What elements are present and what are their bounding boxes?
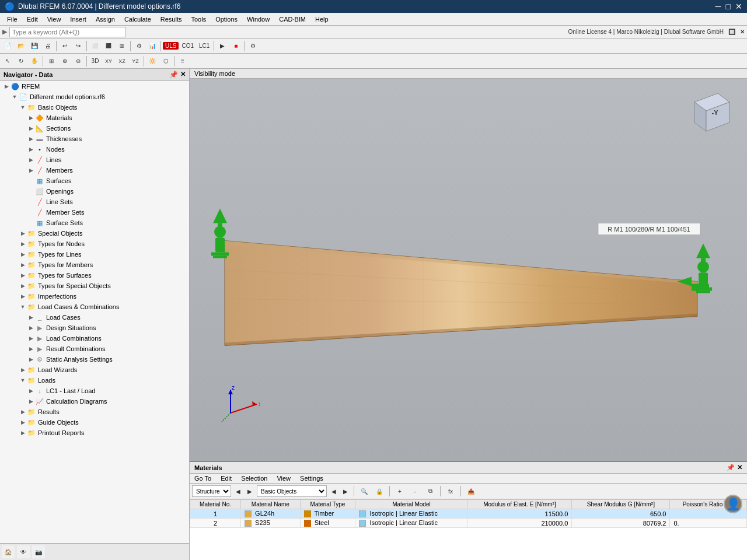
nav-pin-icon[interactable]: 📌 <box>169 71 178 79</box>
tree-item-results[interactable]: ▶ 📁 Results <box>0 407 189 417</box>
view-btn2[interactable]: ⬛ <box>102 40 115 52</box>
view-btn1[interactable]: ⬜ <box>89 40 102 52</box>
menu-item-edit[interactable]: Edit <box>22 15 43 24</box>
tree-item-surface-sets[interactable]: ▦ Surface Sets <box>0 218 189 228</box>
tree-item-sections[interactable]: ▶ 📐 Sections <box>0 123 189 134</box>
menu-item-window[interactable]: Window <box>242 15 274 24</box>
panel-close-icon[interactable]: ✕ <box>737 464 742 471</box>
tree-item-load-wizards[interactable]: ▶ 📁 Load Wizards <box>0 365 189 375</box>
layer-btn[interactable]: ≡ <box>176 55 189 68</box>
search-input[interactable] <box>9 27 126 37</box>
tree-item-types-nodes[interactable]: ▶ 📁 Types for Nodes <box>0 239 189 249</box>
nav-close-icon[interactable]: ✕ <box>180 71 186 79</box>
selection-menu[interactable]: Selection <box>236 474 272 483</box>
delete-row-btn[interactable]: - <box>409 485 421 498</box>
stop-btn[interactable]: ■ <box>229 40 242 52</box>
tree-item-materials[interactable]: ▶ 🔶 Materials <box>0 113 189 123</box>
tree-item-surfaces[interactable]: ▦ Surfaces <box>0 176 189 186</box>
rotate-btn[interactable]: ↻ <box>15 55 27 68</box>
new-btn[interactable]: 📄 <box>1 40 14 52</box>
nav-camera-btn[interactable]: 📷 <box>32 545 45 558</box>
tree-item-model[interactable]: ▼ 📄 Different model options.rf6 <box>0 92 189 102</box>
zoom-out-btn[interactable]: ⊖ <box>72 55 85 68</box>
view-xz-btn[interactable]: XZ <box>116 55 128 68</box>
minimize-panel-icon[interactable]: 🔲 <box>728 29 735 35</box>
pan-btn[interactable]: ✋ <box>28 55 41 68</box>
save-btn[interactable]: 💾 <box>28 40 41 52</box>
view-xy-btn[interactable]: XY <box>102 55 115 68</box>
result-btn[interactable]: 📊 <box>146 40 159 52</box>
export-btn[interactable]: 📤 <box>465 485 477 498</box>
menu-item-tools[interactable]: Tools <box>186 15 211 24</box>
view-canvas[interactable]: R M1 100/280/R M1 100/451 <box>190 79 747 461</box>
menu-item-insert[interactable]: Insert <box>65 15 91 24</box>
close-panel-icon[interactable]: ✕ <box>740 29 745 35</box>
tree-item-imperfections[interactable]: ▶ 📁 Imperfections <box>0 291 189 302</box>
menu-item-calculate[interactable]: Calculate <box>120 15 156 24</box>
tree-item-member-sets[interactable]: ╱ Member Sets <box>0 207 189 218</box>
prev-btn[interactable]: ◀ <box>233 485 243 498</box>
open-btn[interactable]: 📂 <box>15 40 27 52</box>
tree-item-static-analysis[interactable]: ▶ ⚙ Static Analysis Settings <box>0 354 189 365</box>
tree-item-load-cases-combos[interactable]: ▼ 📁 Load Cases & Combinations <box>0 302 189 312</box>
cell-name[interactable]: GL24h <box>241 509 301 519</box>
panel-pin-icon[interactable]: 📌 <box>727 464 735 471</box>
tree-item-types-surfaces[interactable]: ▶ 📁 Types for Surfaces <box>0 270 189 281</box>
more-btn[interactable]: ▶ <box>216 40 229 52</box>
formula-btn[interactable]: fx <box>444 485 457 498</box>
tree-item-basic[interactable]: ▼ 📁 Basic Objects <box>0 102 189 113</box>
tree-item-rfem[interactable]: ▶ 🔵 RFEM <box>0 81 189 92</box>
settings-menu[interactable]: Settings <box>295 474 328 483</box>
nav-eye-btn[interactable]: 👁 <box>17 545 30 558</box>
settings-btn[interactable]: ⚙ <box>246 40 259 52</box>
tree-item-result-combinations[interactable]: ▶ ▶ Result Combinations <box>0 344 189 354</box>
edit-menu[interactable]: Edit <box>216 474 236 483</box>
structure-dropdown[interactable]: Structure <box>192 485 231 497</box>
tree-item-guide-objects[interactable]: ▶ 📁 Guide Objects <box>0 417 189 428</box>
tree-item-line-sets[interactable]: ╱ Line Sets <box>0 197 189 207</box>
menu-item-help[interactable]: Help <box>310 15 333 24</box>
tree-item-types-members[interactable]: ▶ 📁 Types for Members <box>0 260 189 270</box>
tree-item-lc1-loads[interactable]: ▶ ↓ LC1 - Last / Load <box>0 386 189 396</box>
tree-item-calc-diagrams[interactable]: ▶ 📈 Calculation Diagrams <box>0 396 189 407</box>
undo-btn[interactable]: ↩ <box>58 40 71 52</box>
view-3d-btn[interactable]: 3D <box>89 55 102 68</box>
next2-btn[interactable]: ▶ <box>341 485 350 498</box>
zoom-in-btn[interactable]: ⊕ <box>58 55 71 68</box>
tree-item-printout[interactable]: ▶ 📁 Printout Reports <box>0 428 189 438</box>
menu-item-file[interactable]: File <box>2 15 22 24</box>
tree-item-members[interactable]: ▶ ╱ Members <box>0 165 189 176</box>
print-btn[interactable]: 🖨 <box>41 40 54 52</box>
next-btn[interactable]: ▶ <box>245 485 254 498</box>
zoom-fit-btn[interactable]: ⊞ <box>45 55 58 68</box>
basic-objects-dropdown[interactable]: Basic Objects <box>257 485 327 497</box>
minimize-button[interactable]: ─ <box>715 2 721 11</box>
lock-btn[interactable]: 🔒 <box>373 485 386 498</box>
add-row-btn[interactable]: + <box>393 485 406 498</box>
tree-item-thicknesses[interactable]: ▶ ▬ Thicknesses <box>0 134 189 144</box>
maximize-button[interactable]: □ <box>726 2 731 11</box>
prev2-btn[interactable]: ◀ <box>329 485 338 498</box>
view-menu[interactable]: View <box>272 474 295 483</box>
nav-home-btn[interactable]: 🏠 <box>2 545 15 558</box>
tree-item-types-lines[interactable]: ▶ 📁 Types for Lines <box>0 249 189 260</box>
render-btn[interactable]: 🔆 <box>146 55 159 68</box>
view-yz-btn[interactable]: YZ <box>129 55 142 68</box>
tree-item-nodes[interactable]: ▶ • Nodes <box>0 144 189 155</box>
tree-item-lines[interactable]: ▶ ╱ Lines <box>0 155 189 165</box>
menu-item-view[interactable]: View <box>43 15 66 24</box>
tree-item-types-special[interactable]: ▶ 📁 Types for Special Objects <box>0 281 189 291</box>
wire-btn[interactable]: ⬡ <box>159 55 172 68</box>
tree-item-load-cases[interactable]: ▶ _ Load Cases <box>0 312 189 323</box>
menu-item-results[interactable]: Results <box>156 15 187 24</box>
redo-btn[interactable]: ↪ <box>72 40 85 52</box>
menu-item-options[interactable]: Options <box>211 15 242 24</box>
view-btn3[interactable]: ▥ <box>116 40 128 52</box>
close-button[interactable]: ✕ <box>735 2 742 11</box>
select-btn[interactable]: ↖ <box>1 55 14 68</box>
tree-item-load-combinations[interactable]: ▶ ▶ Load Combinations <box>0 333 189 344</box>
cell-name2[interactable]: S235 <box>241 519 301 528</box>
filter-btn[interactable]: 🔍 <box>358 485 371 498</box>
tree-item-special[interactable]: ▶ 📁 Special Objects <box>0 228 189 239</box>
calc-btn[interactable]: ⚙ <box>132 40 145 52</box>
